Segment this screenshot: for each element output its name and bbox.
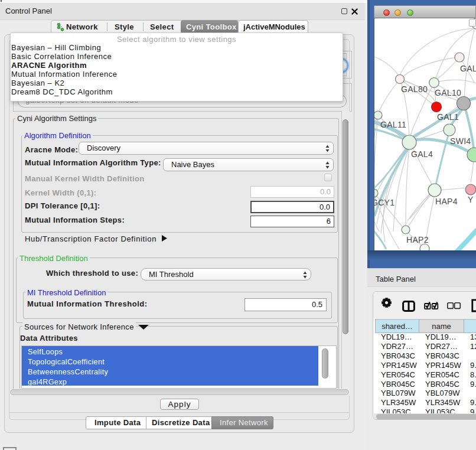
svg-text:GAL10: GAL10 [435, 88, 461, 97]
svg-text:GAL4: GAL4 [411, 149, 433, 159]
svg-text:HAP2: HAP2 [406, 235, 429, 244]
svg-text:GAL1: GAL1 [437, 112, 459, 122]
svg-text:GAL7: GAL7 [460, 64, 476, 73]
svg-text:Y: Y [468, 195, 474, 204]
svg-text:GAL11: GAL11 [380, 120, 406, 129]
svg-text:GAL80: GAL80 [401, 84, 428, 94]
svg-text:SWI4: SWI4 [450, 136, 471, 146]
svg-text:HAP4: HAP4 [435, 197, 458, 206]
svg-text:GCY1: GCY1 [374, 198, 395, 207]
